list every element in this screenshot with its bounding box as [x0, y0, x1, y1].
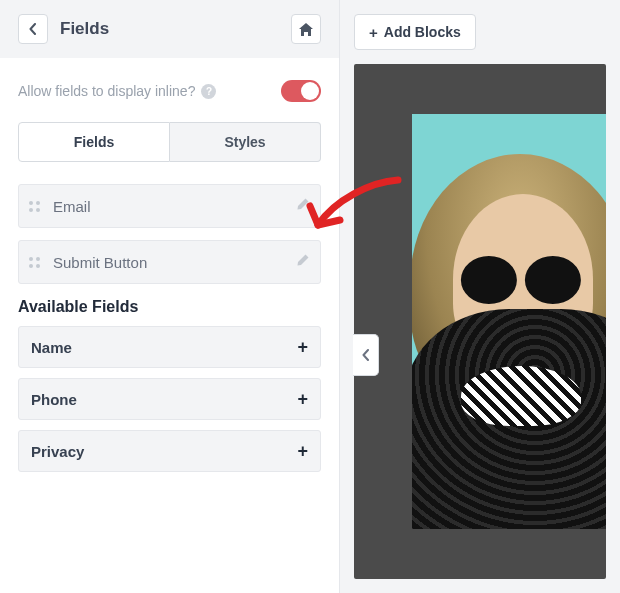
- collapse-panel-button[interactable]: [353, 334, 379, 376]
- edit-button[interactable]: [296, 253, 310, 271]
- placeholder-scarf: [461, 366, 581, 426]
- tab-fields[interactable]: Fields: [18, 122, 170, 162]
- tab-styles[interactable]: Styles: [170, 122, 321, 162]
- plus-icon: +: [297, 337, 308, 358]
- inline-toggle-row: Allow fields to display inline? ?: [0, 58, 339, 112]
- field-label: Submit Button: [53, 254, 296, 271]
- inline-label-text: Allow fields to display inline?: [18, 83, 195, 99]
- field-label: Email: [53, 198, 296, 215]
- pencil-icon: [296, 197, 310, 211]
- help-icon[interactable]: ?: [201, 84, 216, 99]
- design-canvas[interactable]: [354, 64, 606, 579]
- available-field-label: Phone: [31, 391, 297, 408]
- toolbar: + Add Blocks: [354, 14, 606, 64]
- back-button[interactable]: [18, 14, 48, 44]
- image-block[interactable]: [412, 114, 606, 529]
- panel-title: Fields: [60, 19, 291, 39]
- add-blocks-label: Add Blocks: [384, 24, 461, 40]
- plus-icon: +: [297, 389, 308, 410]
- tabs: Fields Styles: [0, 112, 339, 162]
- plus-icon: +: [369, 24, 378, 41]
- available-field-label: Privacy: [31, 443, 297, 460]
- pencil-icon: [296, 253, 310, 267]
- available-field-privacy[interactable]: Privacy +: [18, 430, 321, 472]
- edit-button[interactable]: [296, 197, 310, 215]
- home-icon: [299, 23, 313, 36]
- drag-handle-icon[interactable]: [29, 257, 45, 268]
- inline-toggle[interactable]: [281, 80, 321, 102]
- available-field-phone[interactable]: Phone +: [18, 378, 321, 420]
- home-button[interactable]: [291, 14, 321, 44]
- field-item-submit[interactable]: Submit Button: [18, 240, 321, 284]
- field-item-email[interactable]: Email: [18, 184, 321, 228]
- panel-header: Fields: [0, 0, 339, 58]
- settings-panel: Fields Allow fields to display inline? ?…: [0, 0, 340, 593]
- active-fields-list: Email Submit Button: [0, 162, 339, 290]
- available-field-name[interactable]: Name +: [18, 326, 321, 368]
- available-fields-title: Available Fields: [0, 290, 339, 326]
- plus-icon: +: [297, 441, 308, 462]
- inline-toggle-label: Allow fields to display inline? ?: [18, 83, 281, 99]
- chevron-left-icon: [29, 23, 37, 35]
- available-field-label: Name: [31, 339, 297, 356]
- drag-handle-icon[interactable]: [29, 201, 45, 212]
- add-blocks-button[interactable]: + Add Blocks: [354, 14, 476, 50]
- toggle-knob: [301, 82, 319, 100]
- placeholder-sunglasses: [461, 256, 591, 304]
- preview-panel: + Add Blocks: [340, 0, 620, 593]
- chevron-left-icon: [362, 349, 370, 361]
- available-fields-list: Name + Phone + Privacy +: [0, 326, 339, 472]
